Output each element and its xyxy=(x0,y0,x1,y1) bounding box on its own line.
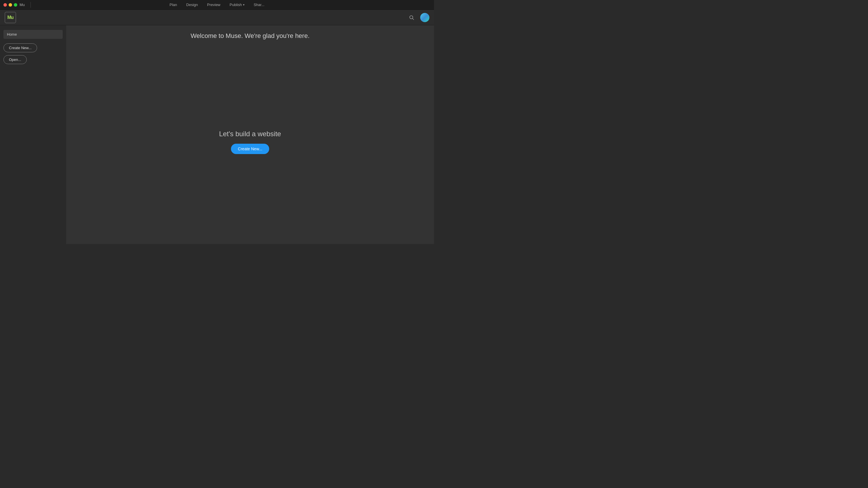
nav-preview[interactable]: Preview xyxy=(203,1,225,8)
logo[interactable]: Mu xyxy=(5,12,16,23)
title-bar-nav: Plan Design Preview Publish ▾ Shar... xyxy=(165,1,269,8)
sidebar-buttons: Create New... Open... xyxy=(3,43,63,64)
create-new-button-sidebar[interactable]: Create New... xyxy=(3,43,37,52)
welcome-text: Welcome to Muse. We're glad you're here. xyxy=(191,32,310,40)
welcome-header: Welcome to Muse. We're glad you're here. xyxy=(191,25,310,40)
separator xyxy=(30,2,31,8)
maximize-button[interactable] xyxy=(14,3,17,7)
sidebar: Home Create New... Open... xyxy=(0,25,66,244)
traffic-lights xyxy=(0,3,17,7)
nav-share[interactable]: Shar... xyxy=(249,1,269,8)
logo-container: Mu xyxy=(5,12,16,23)
title-bar: Mu Plan Design Preview Publish ▾ Shar... xyxy=(0,0,434,10)
content-area: Home Create New... Open... Welcome to Mu… xyxy=(0,25,434,244)
search-icon[interactable] xyxy=(407,13,415,22)
app-name: Mu xyxy=(20,3,25,7)
minimize-button[interactable] xyxy=(9,3,12,7)
main-content: Welcome to Muse. We're glad you're here.… xyxy=(66,25,434,244)
nav-plan[interactable]: Plan xyxy=(165,1,182,8)
main-header: Mu xyxy=(0,10,434,25)
nav-design[interactable]: Design xyxy=(182,1,203,8)
nav-publish[interactable]: Publish xyxy=(225,1,243,8)
open-button-sidebar[interactable]: Open... xyxy=(3,55,27,64)
create-new-button-main[interactable]: Create New... xyxy=(231,144,269,154)
header-actions xyxy=(407,13,429,22)
svg-line-1 xyxy=(413,19,414,20)
user-avatar[interactable] xyxy=(420,13,429,22)
svg-point-0 xyxy=(410,15,413,19)
close-button[interactable] xyxy=(3,3,7,7)
build-text: Let's build a website xyxy=(219,130,281,138)
nav-publish-container: Publish ▾ xyxy=(225,1,249,8)
publish-dropdown-icon[interactable]: ▾ xyxy=(243,3,249,6)
center-content: Let's build a website Create New... xyxy=(219,40,281,244)
sidebar-item-home[interactable]: Home xyxy=(3,30,63,39)
